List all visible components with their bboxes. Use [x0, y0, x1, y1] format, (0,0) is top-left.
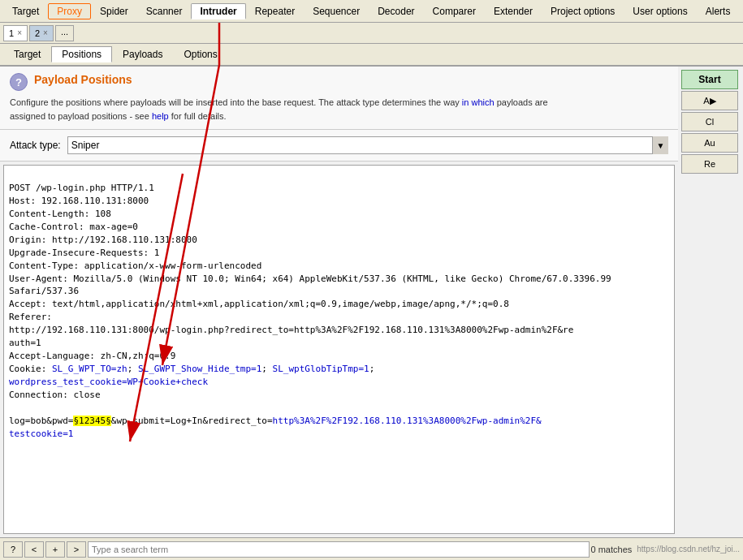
request-line-11: Referer: [9, 312, 52, 322]
add-button[interactable]: A▶ [681, 91, 738, 110]
tab-2-close[interactable]: × [43, 28, 48, 37]
refresh-button[interactable]: Re [681, 154, 738, 174]
tab-1-marker: × [17, 28, 22, 37]
request-line-6: Upgrade-Insecure-Requests: 1 [9, 248, 159, 258]
help-link[interactable]: help [152, 111, 169, 121]
menu-tab-target[interactable]: Target [3, 3, 48, 19]
request-line-20: testcookie=1 [9, 429, 73, 439]
clear-button[interactable]: Cl [681, 112, 738, 131]
menu-tab-project-options[interactable]: Project options [542, 3, 624, 19]
matches-count: 0 matches [591, 545, 633, 554]
request-line-17: Connection: close [9, 390, 101, 400]
request-line-8: User-Agent: Mozilla/5.0 (Windows NT 10.0… [9, 274, 611, 284]
request-line-3: Content-Length: 108 [9, 209, 111, 219]
menu-tab-alerts[interactable]: Alerts [697, 3, 740, 19]
request-line-1: POST /wp-login.php HTTP/1.1 [9, 183, 154, 193]
help-icon: ? [10, 73, 28, 91]
menu-tab-decoder[interactable]: Decoder [369, 3, 423, 19]
menu-tab-repeater[interactable]: Repeater [246, 3, 304, 19]
attack-type-select-wrapper: Sniper Battering ram Pitchfork Cluster b… [67, 136, 668, 154]
request-line-2: Host: 192.168.110.131:8000 [9, 196, 149, 206]
request-line-10: Accept: text/html,application/xhtml+xml,… [9, 299, 509, 309]
request-line-12: http://192.168.110.131:8000/wp-login.php… [9, 325, 573, 335]
bottom-bar: ? < + > 0 matches https://blog.csdn.net/… [0, 537, 743, 560]
menu-tab-extender[interactable]: Extender [485, 3, 542, 19]
attack-type-select[interactable]: Sniper Battering ram Pitchfork Cluster b… [67, 136, 668, 154]
menu-tab-sequencer[interactable]: Sequencer [304, 3, 369, 19]
request-line-5: Origin: http://192.168.110.131:8000 [9, 235, 197, 245]
header-description: Configure the positions where payloads w… [10, 96, 668, 123]
request-line-15: Cookie: SL_G_WPT_TO=zh; SL_GWPT_Show_Hid… [9, 364, 374, 374]
menu-tab-proxy[interactable]: Proxy [48, 3, 91, 19]
search-input[interactable] [88, 541, 590, 558]
left-panel: ? Payload Positions Configure the positi… [0, 67, 678, 537]
tab-1[interactable]: 1 × [3, 25, 28, 41]
menu-tab-intruder[interactable]: Intruder [191, 3, 245, 19]
request-line-4: Cache-Control: max-age=0 [9, 222, 138, 232]
bottom-add-button[interactable]: + [45, 541, 65, 558]
request-line-7: Content-Type: application/x-www-form-url… [9, 261, 261, 271]
tab-row: 1 × 2 × ... [0, 23, 743, 44]
tab-2[interactable]: 2 × [29, 25, 54, 41]
attack-type-row: Attack type: Sniper Battering ram Pitchf… [0, 130, 678, 162]
start-attack-button[interactable]: Start [681, 70, 738, 89]
request-line-13: auth=1 [9, 338, 41, 348]
bottom-help-button[interactable]: ? [3, 541, 23, 558]
request-area: POST /wp-login.php HTTP/1.1 Host: 192.16… [3, 165, 675, 534]
subtab-options[interactable]: Options [173, 46, 227, 62]
payload-positions-title: Payload Positions [34, 73, 132, 86]
tabs-more-button[interactable]: ... [55, 25, 74, 41]
header-section: ? Payload Positions Configure the positi… [0, 67, 678, 130]
subtab-payloads[interactable]: Payloads [112, 46, 173, 62]
menu-tab-comparer[interactable]: Comparer [424, 3, 485, 19]
subtab-target[interactable]: Target [3, 46, 51, 62]
sub-tab-row: Target Positions Payloads Options [0, 44, 743, 67]
bottom-prev-button[interactable]: < [24, 541, 44, 558]
menu-tab-spider[interactable]: Spider [91, 3, 137, 19]
request-line-16: wordpress_test_cookie=WP+Cookie+check [9, 377, 208, 387]
attack-type-label: Attack type: [10, 140, 61, 151]
watermark-text: https://blog.csdn.net/hz_joi... [637, 545, 740, 554]
request-line-19: log=bob&pwd=§12345§&wp-submit=Log+In&red… [9, 416, 542, 426]
request-line-9: Safari/537.36 [9, 286, 79, 296]
bottom-next-button[interactable]: > [67, 541, 86, 558]
main-wrapper: Target Proxy Spider Scanner Intruder Rep… [0, 0, 743, 560]
subtab-positions[interactable]: Positions [51, 46, 112, 62]
auto-button[interactable]: Au [681, 133, 738, 153]
request-line-14: Accept-Language: zh-CN,zh;q=0.9 [9, 351, 175, 361]
right-panel: Start A▶ Cl Au Re [678, 67, 743, 537]
in-which-link[interactable]: in which [462, 97, 495, 107]
menu-tab-user-options[interactable]: User options [624, 3, 696, 19]
request-content[interactable]: POST /wp-login.php HTTP/1.1 Host: 192.16… [4, 166, 674, 533]
menu-tab-scanner[interactable]: Scanner [137, 3, 192, 19]
menu-bar: Target Proxy Spider Scanner Intruder Rep… [0, 0, 743, 23]
